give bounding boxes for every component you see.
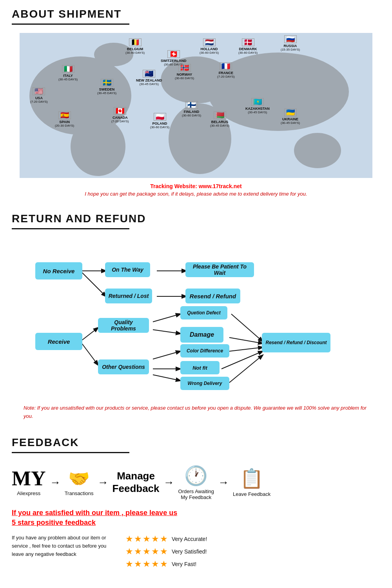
country-belarus: 🇧🇾 BELARUS (30-45 DAYS) (210, 111, 229, 127)
refund-section: RETURN AND REFUND (0, 205, 392, 428)
svg-line-20 (229, 338, 263, 343)
tracking-line: Tracking Website: www.17track.net (12, 183, 380, 189)
svg-line-23 (229, 355, 263, 383)
hope-line: I hope you can get the package soon, if … (12, 191, 380, 197)
stars-1: ★★★★★ (125, 534, 169, 544)
refund-title: RETURN AND REFUND (12, 212, 380, 225)
country-france: 🇫🇷 FRANCE (7-20 DAYS) (217, 62, 235, 78)
country-poland: 🇵🇱 POLAND (30-60 DAYS) (150, 113, 169, 129)
fb-step-manage: ManageFeedback (113, 470, 160, 494)
fb-clipboard-icon: 📋 (240, 468, 263, 490)
country-italy: 🇮🇹 ITALY (30-45 DAYS) (58, 65, 78, 81)
country-usa: 🇺🇸 USA (7-20 DAYS) (30, 87, 48, 103)
fc-returned-lost: Returned / Lost (105, 289, 152, 303)
fb-orders-label: Orders AwaitingMy Feedback (178, 488, 214, 500)
star-row-2: ★★★★★ Very Satisfied! (125, 546, 207, 557)
country-spain: 🇪🇸 SPAIN (20-30 DAYS) (55, 111, 74, 127)
svg-line-21 (229, 347, 263, 351)
map-container: 🇮🇹 ITALY (30-45 DAYS) 🇧🇪 BELGIUM (30-60 … (20, 31, 372, 180)
fb-step-leave: 📋 Leave Feedback (233, 468, 270, 497)
feedback-flow: MY Aliexpress → 🤝 Transactions → ManageF… (12, 465, 380, 500)
feedback-section: FEEDBACK MY Aliexpress → 🤝 Transactions … (0, 428, 392, 577)
fc-resend-refund: Resend / Refund (185, 289, 240, 303)
svg-line-19 (231, 314, 263, 341)
fc-receive: Receive (35, 333, 82, 350)
fb-arrow-2: → (98, 476, 109, 489)
fb-clock-icon: 🕐 (184, 465, 208, 487)
stars-2: ★★★★★ (125, 546, 169, 557)
feedback-title: FEEDBACK (12, 436, 380, 449)
feedback-bottom: If you have any problem about our item o… (12, 534, 380, 569)
fb-manage-text: ManageFeedback (113, 470, 160, 494)
country-kazakhstan: 🇰🇿 KAZAKHSTAN (30-45 DAYS) (245, 98, 270, 114)
svg-point-6 (294, 133, 341, 168)
fb-arrow-3: → (163, 476, 174, 489)
fb-my-text: MY (12, 468, 46, 489)
star-row-3: ★★★★★ Very Fast! (125, 559, 207, 569)
fc-wrong-delivery: Wrong Delivery (180, 377, 229, 390)
star-label-1: Very Accurate! (172, 536, 207, 542)
flowchart: No Receive On The Way Returned / Lost Pl… (12, 236, 380, 400)
feedback-cta: If you are satisfied with our item , ple… (12, 508, 380, 528)
fb-arrow-1: → (50, 476, 61, 489)
feedback-left-text: If you have any problem about our item o… (12, 534, 114, 558)
fc-quality-problems: Quality Problems (98, 318, 149, 333)
refund-divider (12, 228, 129, 229)
fc-other-questions: Other Questions (98, 359, 149, 374)
fc-quetion-defect: Quetion Defect (180, 306, 227, 319)
svg-line-14 (153, 314, 180, 322)
svg-point-2 (71, 117, 125, 176)
fb-step-aliexpress: MY Aliexpress (12, 468, 46, 496)
country-denmark: 🇩🇰 DENMARK (30-60 DAYS) (238, 38, 258, 54)
shipment-title: ABOUT SHIPMENT (12, 8, 380, 20)
svg-line-9 (80, 271, 106, 296)
svg-line-15 (153, 330, 180, 334)
svg-line-18 (153, 375, 180, 381)
star-label-2: Very Satisfied! (172, 548, 207, 555)
stars-section: ★★★★★ Very Accurate! ★★★★★ Very Satisfie… (125, 534, 207, 569)
fc-on-the-way: On The Way (105, 262, 150, 277)
star-label-3: Very Fast! (172, 561, 196, 567)
fb-leave-label: Leave Feedback (233, 491, 270, 497)
country-finland: 🇫🇮 FINLAND (30-60 DAYS) (182, 101, 201, 117)
country-belgium: 🇧🇪 BELGIUM (30-60 DAYS) (125, 38, 145, 54)
country-ukraine: 🇺🇦 UKRAINE (30-45 DAYS) (281, 109, 300, 125)
fc-damage: Damage (180, 327, 223, 343)
shipment-divider (12, 24, 129, 25)
country-norway: 🇳🇴 NORWAY (30-60 DAYS) (175, 64, 194, 80)
stars-3: ★★★★★ (125, 559, 169, 569)
fb-step-transactions: 🤝 Transactions (65, 468, 94, 496)
fb-transactions-icon: 🤝 (68, 468, 90, 489)
country-holland: 🇳🇱 HOLLAND (30-60 DAYS) (200, 38, 219, 54)
star-row-1: ★★★★★ Very Accurate! (125, 534, 207, 544)
fc-no-receive: No Receive (35, 262, 82, 279)
fc-please-wait: Please Be Patient To Wait (185, 262, 254, 277)
svg-line-12 (80, 328, 98, 341)
shipment-section: ABOUT SHIPMENT 🇮🇹 ITALY (30- (0, 0, 392, 205)
svg-line-16 (153, 351, 180, 359)
fc-not-fit: Not fit (180, 361, 220, 374)
fb-step-orders: 🕐 Orders AwaitingMy Feedback (178, 465, 214, 500)
country-russia: 🇷🇺 RUSSIA (15-35 DAYS) (281, 35, 300, 51)
country-canada: 🇨🇦 CANADA (7-20 DAYS) (111, 107, 129, 123)
fc-resend-refund-discount: Resend / Refund / Discount (262, 333, 330, 352)
fb-arrow-4: → (218, 476, 229, 489)
country-sweden: 🇸🇪 SWEDEN (30-45 DAYS) (97, 79, 116, 95)
feedback-divider (12, 452, 129, 453)
fc-color-difference: Color Difference (180, 344, 229, 358)
fb-transactions-label: Transactions (65, 490, 94, 496)
svg-line-13 (80, 341, 98, 365)
fb-aliexpress-label: Aliexpress (17, 490, 40, 496)
country-newzealand: 🇳🇿 NEW ZEALAND (30-45 DAYS) (136, 70, 162, 86)
refund-note: Note: If you are unsatisfied with our pr… (12, 404, 380, 421)
